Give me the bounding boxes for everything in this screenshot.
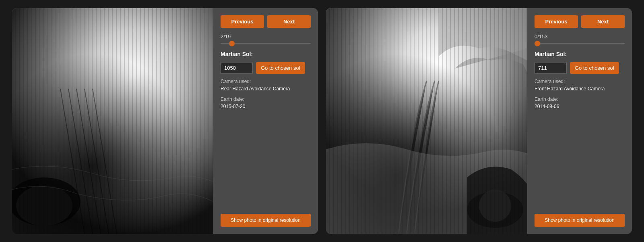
earth-date-value-1: 2015-07-20	[221, 104, 311, 109]
sol-slider-2[interactable]	[535, 43, 625, 44]
show-original-button-1[interactable]: Show photo in original resolution	[221, 214, 311, 227]
controls-panel-2: Previous Next 0/153 Martian Sol: Go to c…	[527, 8, 632, 234]
counter-2: 0/153	[535, 33, 625, 40]
outer-container: Previous Next 2/19 Martian Sol: Go to ch…	[0, 0, 644, 242]
camera-value-1: Rear Hazard Avoidance Camera	[221, 86, 311, 92]
slider-container-1	[221, 43, 311, 44]
svg-point-7	[12, 177, 80, 226]
svg-rect-10	[326, 8, 527, 234]
svg-line-4	[76, 89, 101, 234]
sol-slider-1[interactable]	[221, 43, 311, 44]
svg-point-12	[479, 190, 511, 222]
camera-info-2: Camera used: Front Hazard Avoidance Came…	[535, 79, 625, 92]
previous-button-1[interactable]: Previous	[221, 15, 264, 28]
controls-panel-1: Previous Next 2/19 Martian Sol: Go to ch…	[213, 8, 318, 234]
martian-sol-label-2: Martian Sol:	[535, 51, 625, 57]
nav-buttons-1: Previous Next	[221, 15, 311, 28]
earth-date-label-1: Earth date:	[221, 96, 311, 102]
date-info-2: Earth date: 2014-08-06	[535, 96, 625, 109]
spacer-1	[221, 114, 311, 209]
camera-label-2: Camera used:	[535, 79, 625, 84]
card-1: Previous Next 2/19 Martian Sol: Go to ch…	[12, 8, 318, 234]
svg-line-5	[85, 89, 109, 234]
svg-rect-9	[326, 8, 527, 234]
martian-sol-label-1: Martian Sol:	[221, 51, 311, 57]
earth-date-value-2: 2014-08-06	[535, 104, 625, 109]
slider-container-2	[535, 43, 625, 44]
goto-button-2[interactable]: Go to chosen sol	[570, 62, 619, 74]
sol-row-1: Go to chosen sol	[221, 62, 311, 74]
svg-line-2	[60, 89, 85, 234]
photo-panel-2	[326, 8, 527, 234]
svg-point-8	[16, 186, 72, 226]
next-button-2[interactable]: Next	[581, 15, 625, 28]
mars-photo-2	[326, 8, 527, 234]
spacer-2	[535, 114, 625, 209]
sol-row-2: Go to chosen sol	[535, 62, 625, 74]
photo-panel-1	[12, 8, 213, 234]
show-original-button-2[interactable]: Show photo in original resolution	[535, 214, 625, 227]
counter-1: 2/19	[221, 33, 311, 40]
previous-button-2[interactable]: Previous	[535, 15, 578, 28]
camera-info-1: Camera used: Rear Hazard Avoidance Camer…	[221, 79, 311, 92]
date-info-1: Earth date: 2015-07-20	[221, 96, 311, 109]
svg-rect-1	[12, 8, 213, 234]
sol-input-2[interactable]	[535, 62, 567, 74]
svg-point-11	[467, 192, 523, 228]
sol-input-1[interactable]	[221, 62, 253, 74]
nav-buttons-2: Previous Next	[535, 15, 625, 28]
mars-photo-1	[12, 8, 213, 234]
svg-line-6	[93, 89, 117, 234]
svg-rect-0	[12, 8, 213, 234]
svg-line-3	[68, 89, 93, 234]
card-2: Previous Next 0/153 Martian Sol: Go to c…	[326, 8, 632, 234]
next-button-1[interactable]: Next	[267, 15, 311, 28]
camera-label-1: Camera used:	[221, 79, 311, 84]
goto-button-1[interactable]: Go to chosen sol	[256, 62, 305, 74]
camera-value-2: Front Hazard Avoidance Camera	[535, 86, 625, 92]
earth-date-label-2: Earth date:	[535, 96, 625, 102]
